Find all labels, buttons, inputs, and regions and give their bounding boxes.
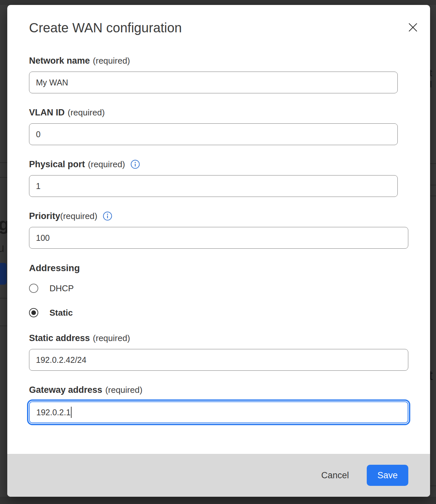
network-name-input[interactable] [29, 72, 398, 93]
priority-label: Priority (required) [29, 211, 430, 221]
backdrop-table-line [0, 162, 7, 163]
radio-static-label: Static [49, 308, 73, 318]
vlan-id-input[interactable] [29, 123, 398, 145]
create-wan-configuration-dialog: Create WAN configuration Network name (r… [7, 5, 430, 497]
radio-circle-icon [29, 284, 38, 293]
static-address-label: Static address (required) [29, 333, 430, 343]
backdrop-bottom-strip [0, 497, 436, 504]
dialog-footer: Cancel Save [7, 454, 430, 497]
info-icon[interactable] [103, 211, 112, 221]
static-address-input[interactable] [29, 349, 408, 371]
physical-port-input[interactable] [29, 175, 398, 197]
radio-circle-icon [29, 308, 38, 317]
backdrop-table-line [0, 177, 7, 178]
radio-dhcp[interactable]: DHCP [29, 283, 430, 294]
vlan-id-label: VLAN ID (required) [29, 107, 430, 118]
save-button[interactable]: Save [367, 465, 408, 486]
backdrop-table-line [430, 486, 436, 486]
backdrop-table-line [430, 185, 436, 185]
backdrop-table-line [430, 196, 436, 196]
gateway-address-label: Gateway address (required) [29, 385, 430, 395]
backdrop-table-line [0, 298, 7, 299]
backdrop-blue-button-fragment [0, 263, 7, 285]
radio-static[interactable]: Static [29, 307, 430, 318]
backdrop-table-line [0, 326, 7, 326]
close-icon [408, 22, 418, 32]
backdrop-top-strip [0, 0, 436, 5]
page-title: Create WAN configuration [29, 20, 430, 36]
info-icon[interactable] [130, 159, 140, 169]
priority-input[interactable] [29, 227, 408, 249]
text-caret [71, 407, 72, 418]
backdrop-text-fragment: t I [429, 67, 436, 90]
backdrop-text-fragment: u [0, 241, 4, 255]
addressing-heading: Addressing [29, 263, 430, 274]
backdrop-table-line [430, 163, 436, 164]
gateway-address-value: 192.0.2.1 [36, 408, 71, 417]
gateway-address-input[interactable]: 192.0.2.1 [29, 401, 408, 423]
radio-dhcp-label: DHCP [49, 283, 74, 294]
close-button[interactable] [406, 21, 420, 34]
physical-port-label: Physical port (required) [29, 159, 430, 170]
network-name-label: Network name (required) [29, 55, 430, 66]
cancel-button[interactable]: Cancel [319, 467, 351, 484]
